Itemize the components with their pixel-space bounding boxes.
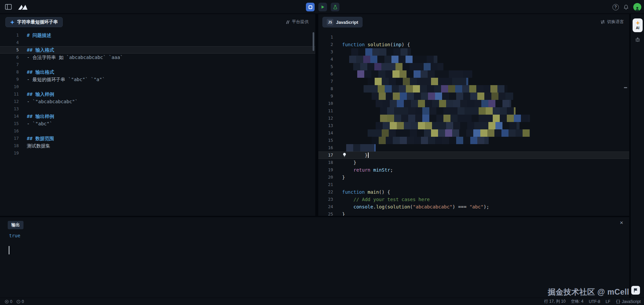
problem-line[interactable]: 17## 数据范围 <box>0 135 315 142</box>
eol[interactable]: LF <box>606 299 610 304</box>
problem-line[interactable]: 15- `"abc"` <box>0 120 315 127</box>
ai-label: AI <box>636 26 640 30</box>
line-number: 14 <box>318 129 333 137</box>
platform-provided[interactable]: 平台提供 <box>286 19 309 25</box>
problem-line[interactable]: 8## 输出格式 <box>0 68 315 76</box>
code-line[interactable]: 24 console.log(solution("abcabcabcabc") … <box>318 203 629 210</box>
warnings-indicator[interactable]: 0 <box>16 299 24 304</box>
code-line[interactable]: 9 <box>318 93 629 100</box>
line-number: 12 <box>0 98 19 105</box>
ai-sparkle-icon <box>636 21 640 25</box>
code-line[interactable]: 17 } <box>318 151 629 159</box>
code-line[interactable]: 21 <box>318 181 629 188</box>
switch-language-button[interactable]: 切换语言 <box>600 19 624 25</box>
sidebar-toggle-button[interactable] <box>5 4 12 10</box>
problem-line[interactable]: 16 <box>0 127 315 135</box>
errors-indicator[interactable]: 0 <box>5 299 12 304</box>
encoding[interactable]: UTF-8 <box>589 299 600 304</box>
code-line[interactable]: 19 return minStr; <box>318 166 629 174</box>
line-number: 11 <box>318 107 333 115</box>
code-line[interactable]: 8 <box>318 85 629 93</box>
code-line[interactable]: 6 <box>318 70 629 78</box>
code-line[interactable]: 4 <box>318 56 629 63</box>
indentation[interactable]: 空格: 4 <box>571 299 583 304</box>
tab-label: JavaScript <box>336 20 358 25</box>
line-number: 4 <box>0 39 19 46</box>
problem-line[interactable]: 18测试数据集 <box>0 142 315 149</box>
code-line-text: } <box>342 174 345 181</box>
code-line[interactable]: 11 <box>318 107 629 115</box>
line-number: 1 <box>0 32 19 39</box>
scrollbar-marker[interactable] <box>624 87 627 88</box>
code-lines: 12function solution(inp) {34567891011121… <box>318 34 629 216</box>
output-tab[interactable]: 输出 <box>8 221 23 229</box>
problem-scrollbar[interactable] <box>313 32 314 51</box>
avatar[interactable] <box>633 3 641 11</box>
problem-line[interactable]: 6- 合法字符串 如 `abcabcabcabc` `aaa` <box>0 54 315 61</box>
spark-icon <box>10 20 14 24</box>
ai-assistant-button[interactable]: AI <box>633 18 643 32</box>
code-line[interactable]: 2function solution(inp) { <box>318 41 629 48</box>
code-line[interactable]: 10 <box>318 100 629 107</box>
problem-line[interactable]: 1# 问题描述 <box>0 32 315 39</box>
square-icon <box>309 5 312 9</box>
play-icon <box>321 5 325 9</box>
code-line[interactable]: 22function main() { <box>318 188 629 196</box>
lightbulb-icon[interactable] <box>342 152 347 158</box>
line-number: 22 <box>318 188 333 196</box>
test-button[interactable] <box>331 3 339 11</box>
switch-language-label: 切换语言 <box>607 19 624 25</box>
juejin-logo[interactable] <box>16 3 30 11</box>
problem-line[interactable]: 19 <box>0 149 315 157</box>
blurred-code-region <box>357 70 472 78</box>
problem-line[interactable]: 10 <box>0 83 315 90</box>
problem-lines: 1# 问题描述45## 输入格式6- 合法字符串 如 `abcabcabcabc… <box>0 32 315 157</box>
cursor-position[interactable]: 行 17, 列 10 <box>544 299 566 304</box>
code-line[interactable]: 12 <box>318 115 629 122</box>
question-icon: ? <box>614 5 617 9</box>
blurred-code-region <box>380 115 530 122</box>
problem-title: 字符串最短循环子串 <box>17 19 58 25</box>
problem-line[interactable]: 14## 输出样例 <box>0 113 315 120</box>
problem-line[interactable]: 4 <box>0 39 315 46</box>
code-line[interactable]: 20} <box>318 174 629 181</box>
code-line[interactable]: 5 <box>318 63 629 70</box>
problem-line[interactable]: 7 <box>0 61 315 68</box>
line-number: 19 <box>0 149 19 157</box>
problem-line[interactable]: 11## 输入样例 <box>0 90 315 98</box>
blurred-code-region <box>372 93 513 100</box>
statusbar-right: 行 17, 列 10 空格: 4 UTF-8 LF {} JavaScript <box>544 299 641 304</box>
code-line[interactable]: 7 <box>318 78 629 85</box>
line-number: 9 <box>318 93 333 100</box>
problem-line-text: - 合法字符串 如 `abcabcabcabc` `aaa` <box>27 54 123 61</box>
line-number: 18 <box>318 159 333 166</box>
problem-line[interactable]: 13 <box>0 105 315 113</box>
run-button[interactable] <box>318 3 327 11</box>
notifications-button[interactable] <box>623 4 629 10</box>
code-line[interactable]: 15 <box>318 137 629 144</box>
code-line[interactable]: 25} <box>318 210 629 216</box>
problem-title-chip[interactable]: 字符串最短循环子串 <box>5 17 63 27</box>
help-button[interactable]: ? <box>612 4 619 10</box>
code-line[interactable]: 14 <box>318 129 629 137</box>
code-line-text: } <box>342 159 356 166</box>
code-line[interactable]: 23 // Add your test cases here <box>318 196 629 203</box>
problem-line[interactable]: 12- `"abcabcabcabc"` <box>0 98 315 105</box>
close-output-button[interactable]: × <box>620 220 623 226</box>
code-line[interactable]: 13 <box>318 122 629 129</box>
code-line[interactable]: 1 <box>318 34 629 41</box>
line-number: 14 <box>0 113 19 120</box>
code-line[interactable]: 3 <box>318 48 629 56</box>
debug-button[interactable] <box>631 37 644 42</box>
code-line[interactable]: 16 <box>318 144 629 151</box>
swap-arrows-icon <box>600 20 605 24</box>
language-mode[interactable]: {} JavaScript <box>616 299 641 304</box>
line-number: 7 <box>0 61 19 68</box>
code-line[interactable]: 18 } <box>318 159 629 166</box>
tab-javascript[interactable]: JS JavaScript <box>322 17 363 27</box>
square-button[interactable] <box>306 3 315 11</box>
problem-line[interactable]: 9- 最短的循环子串 `"abc"` `"a"` <box>0 76 315 83</box>
problem-line[interactable]: 5## 输入格式 <box>0 46 315 54</box>
line-number: 15 <box>0 120 19 127</box>
code-line-text: } <box>342 210 345 216</box>
